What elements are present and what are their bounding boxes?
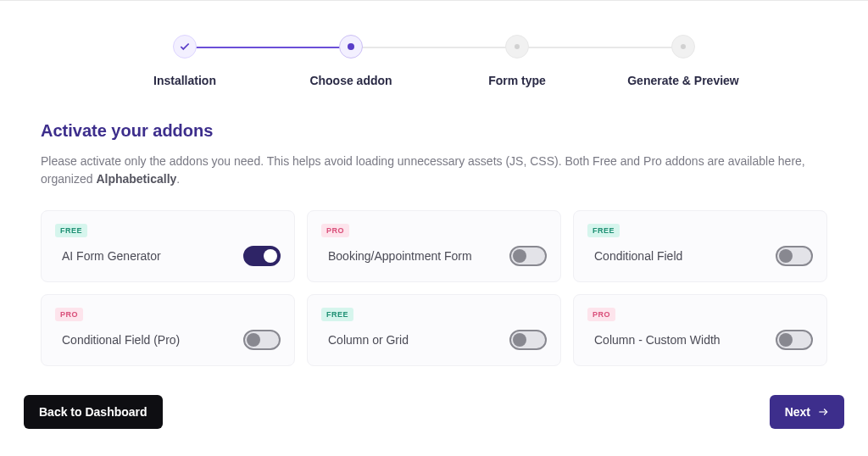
addon-title: Conditional Field (Pro) xyxy=(55,333,180,347)
tier-badge-free: FREE xyxy=(55,224,87,237)
step-form-type: Form type xyxy=(434,35,600,87)
addon-title: Column or Grid xyxy=(321,333,409,347)
tier-badge-pro: PRO xyxy=(55,308,83,321)
tier-badge-pro: PRO xyxy=(321,224,349,237)
toggle-knob xyxy=(513,333,526,347)
page-heading: Activate your addons xyxy=(41,121,827,141)
addon-card: PRO Booking/Appointment Form xyxy=(307,210,561,282)
tier-badge-free: FREE xyxy=(321,308,353,321)
step-generate-preview: Generate & Preview xyxy=(600,35,766,87)
tier-badge-free: FREE xyxy=(587,224,620,237)
dot-icon xyxy=(348,43,354,50)
next-label: Next xyxy=(785,405,810,419)
step-label: Generate & Preview xyxy=(627,74,739,87)
toggle-knob xyxy=(247,333,260,347)
addon-card: PRO Column - Custom Width xyxy=(573,294,827,366)
toggle-knob xyxy=(779,333,793,347)
step-circle-completed xyxy=(173,35,197,58)
arrow-right-icon xyxy=(817,406,829,418)
footer-bar: Back to Dashboard Next xyxy=(0,381,868,456)
main-content: Activate your addons Please activate onl… xyxy=(0,96,868,366)
tier-badge-pro: PRO xyxy=(587,308,615,321)
addon-toggle[interactable] xyxy=(776,330,813,350)
step-choose-addon: Choose addon xyxy=(268,35,434,87)
step-circle-inactive xyxy=(671,35,695,58)
addon-title: Booking/Appointment Form xyxy=(321,249,472,263)
step-circle-active xyxy=(339,35,363,58)
subtext-bold: Alphabetically xyxy=(96,172,176,186)
addon-card: FREE AI Form Generator xyxy=(41,210,295,282)
dot-icon xyxy=(515,44,520,49)
step-label: Installation xyxy=(153,74,216,87)
check-icon xyxy=(179,41,191,53)
addon-title: Conditional Field xyxy=(587,249,682,263)
addon-title: AI Form Generator xyxy=(55,249,161,263)
addon-toggle[interactable] xyxy=(509,330,547,350)
addon-toggle[interactable] xyxy=(509,246,547,266)
toggle-knob xyxy=(264,249,277,263)
toggle-knob xyxy=(513,249,526,263)
back-to-dashboard-button[interactable]: Back to Dashboard xyxy=(24,395,163,429)
next-button[interactable]: Next xyxy=(770,395,844,429)
dot-icon xyxy=(681,44,686,49)
step-label: Choose addon xyxy=(309,74,392,87)
setup-stepper: Installation Choose addon Form type Gene… xyxy=(0,1,868,96)
step-installation: Installation xyxy=(102,35,268,87)
addons-grid: FREE AI Form Generator PRO Booking/Appoi… xyxy=(41,210,827,366)
addon-toggle[interactable] xyxy=(776,246,813,266)
addon-toggle[interactable] xyxy=(243,330,281,350)
addon-card: PRO Conditional Field (Pro) xyxy=(41,294,295,366)
step-connector xyxy=(517,47,683,48)
step-label: Form type xyxy=(488,74,546,87)
step-connector xyxy=(351,47,517,48)
addon-toggle[interactable] xyxy=(243,246,281,266)
subtext-part: . xyxy=(176,172,180,186)
page-subtext: Please activate only the addons you need… xyxy=(41,153,827,188)
toggle-knob xyxy=(779,249,793,263)
step-circle-inactive xyxy=(505,35,529,58)
addon-card: FREE Column or Grid xyxy=(307,294,561,366)
addon-title: Column - Custom Width xyxy=(587,333,721,347)
step-connector xyxy=(185,47,351,48)
addon-card: FREE Conditional Field xyxy=(573,210,827,282)
